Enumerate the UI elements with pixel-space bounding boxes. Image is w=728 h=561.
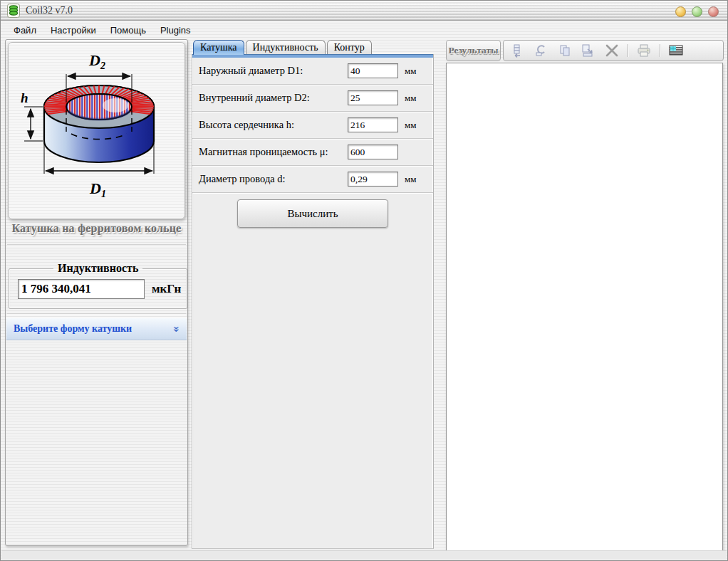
inductance-groupbox: Индуктивность мкГн [9,262,187,309]
clear-icon [534,43,548,58]
menu-plugins[interactable]: Plugins [153,23,198,37]
delete-button[interactable] [603,43,620,58]
table-icon [668,43,684,58]
divider [7,244,186,246]
table-button[interactable] [667,43,685,58]
inner-diameter-input[interactable] [348,90,398,105]
core-height-input[interactable] [348,117,398,132]
menu-file[interactable]: Файл [6,23,43,37]
tab-strip: Катушка Индуктивность Контур [192,39,434,54]
inductance-unit-label: мкГн [152,282,181,296]
form-row-h: Высота сердечника h: мм [192,112,433,139]
core-height-label: Высота сердечника h: [199,119,348,131]
results-column: Результаты [446,40,724,553]
copy-icon [558,43,572,58]
svg-text:D2: D2 [88,51,105,71]
export-icon [581,43,596,58]
window-title: Coil32 v7.0 [26,5,73,16]
tab-inductance[interactable]: Индуктивность [246,40,326,55]
clear-button[interactable] [533,43,550,58]
print-icon [636,43,652,58]
coil-diagram-box: D2 h D1 [8,42,185,219]
close-button[interactable] [708,6,719,17]
toolbar-separator [628,44,628,57]
copy-button[interactable] [556,43,573,58]
print-button[interactable] [635,43,652,58]
calculate-row: Вычислить [192,193,433,228]
results-output-area[interactable] [446,63,723,553]
permeability-label: Магнитная проницаемость μ: [199,146,348,158]
ferrite-ring-diagram: D2 h D1 [9,43,184,219]
calculate-button[interactable]: Вычислить [237,199,388,228]
wire-diameter-unit: мм [405,174,426,185]
wire-diameter-input[interactable] [348,172,398,187]
inductance-value-field[interactable] [18,279,145,299]
export-button[interactable] [580,43,597,58]
inner-diameter-unit: мм [405,93,426,104]
coil-info-panel: D2 h D1 Катушка на ферритовом кольце Инд… [5,39,188,546]
chevron-down-icon[interactable]: » [170,326,182,332]
tab-circuit[interactable]: Контур [327,40,372,55]
form-row-wire: Диаметр провода d: мм [192,166,433,193]
menu-settings[interactable]: Настройки [43,23,103,37]
svg-text:h: h [21,90,28,105]
insert-rows-button[interactable] [509,43,526,58]
inner-diameter-label: Внутренний диаметр D2: [199,92,348,104]
coil-shape-selector-label: Выберите форму катушки [14,323,174,335]
coil-type-label: Катушка на ферритовом кольце [6,222,187,235]
form-row-d2: Внутренний диаметр D2: мм [192,85,433,112]
permeability-input[interactable] [348,145,398,159]
minimize-button[interactable] [675,6,686,17]
results-header: Результаты [446,40,501,61]
outer-diameter-input[interactable] [348,63,398,78]
parameters-column: Катушка Индуктивность Контур Наружный ди… [192,39,434,549]
results-toolbar [503,40,724,61]
coil-shape-selector[interactable]: Выберите форму катушки » [6,318,187,340]
insert-rows-icon [511,43,525,58]
inductance-legend: Индуктивность [53,262,142,275]
delete-icon [605,43,619,58]
maximize-button[interactable] [692,6,702,17]
form-row-mu: Магнитная проницаемость μ: [192,139,433,166]
toolbar-separator [660,44,660,57]
app-coil-icon [7,4,20,18]
tab-coil[interactable]: Катушка [193,40,244,55]
core-height-unit: мм [405,120,426,131]
menu-bar: Файл Настройки Помощь Plugins [1,21,727,38]
svg-text:D1: D1 [89,179,106,199]
form-row-d1: Наружный диаметр D1: мм [192,58,433,85]
footer-strip [1,550,727,560]
outer-diameter-label: Наружный диаметр D1: [199,65,348,77]
coil-tab-page: Наружный диаметр D1: мм Внутренний диаме… [192,54,434,549]
results-title: Результаты [448,45,498,56]
wire-diameter-label: Диаметр провода d: [199,173,348,185]
outer-diameter-unit: мм [405,65,426,77]
title-bar: Coil32 v7.0 [1,1,727,21]
menu-help[interactable]: Помощь [103,23,153,37]
app-window: Coil32 v7.0 Файл Настройки Помощь Plugin… [0,0,728,561]
divider [7,313,186,315]
window-controls [675,6,719,17]
